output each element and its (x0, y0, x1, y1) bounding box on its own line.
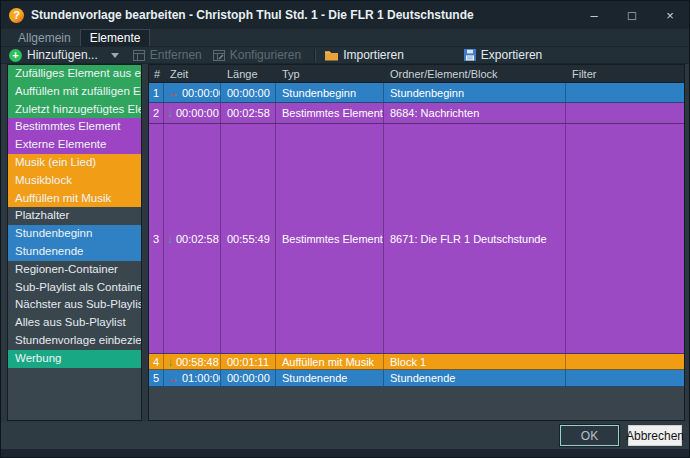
column-header-filter[interactable]: Filter (566, 65, 684, 82)
configure-button-label: Konfigurieren (230, 48, 301, 62)
zeit-value: 00:02:58 (176, 233, 219, 245)
palette-item-stundenende[interactable]: Stundenende (8, 243, 141, 261)
column-header-zeit[interactable]: Zeit (164, 65, 221, 82)
tab-bar: Allgemein Elemente (1, 29, 689, 47)
laenge-cell: 00:55:49 (221, 124, 276, 353)
row-number: 2 (149, 103, 164, 123)
arrow-down-icon: ↓ (167, 356, 173, 368)
zeit-cell: ↓00:00:00 (164, 103, 221, 123)
palette-item-sub-playlist-als-container[interactable]: Sub-Playlist als Container (8, 279, 141, 297)
remove-button-label: Entfernen (150, 48, 202, 62)
minimize-button[interactable]: – (575, 1, 613, 29)
palette-item-auffüllen-mit-musik[interactable]: Auffüllen mit Musik (8, 190, 141, 208)
arrow-down-icon: ↓ (167, 107, 173, 119)
palette-item-musikblock[interactable]: Musikblock (8, 172, 141, 190)
bottom-strip (1, 449, 689, 457)
palette-item-alles-aus-sub-playlist[interactable]: Alles aus Sub-Playlist (8, 314, 141, 332)
filter-cell (566, 354, 684, 369)
table-header-row: #ZeitLängeTypOrdner/Element/BlockFilter (149, 65, 684, 83)
zeit-cell: ↓00:02:58 (164, 124, 221, 353)
typ-cell: Stundenbeginn (276, 83, 384, 102)
title-bar: ? Stundenvorlage bearbeiten - Christoph … (1, 1, 689, 29)
column-header-typ[interactable]: Typ (276, 65, 384, 82)
palette-item-stundenvorlage-einbeziehen[interactable]: Stundenvorlage einbeziehen (8, 332, 141, 350)
zeit-cell: →01:00:00 (164, 370, 221, 386)
zeit-value: 00:58:48 (176, 356, 219, 368)
row-number: 5 (149, 370, 164, 386)
typ-cell: Bestimmtes Element (276, 124, 384, 353)
ordner-cell: Stundenende (384, 370, 566, 386)
palette-item-regionen-container[interactable]: Regionen-Container (8, 261, 141, 279)
zeit-cell: ↓00:58:48 (164, 354, 221, 369)
filter-cell (566, 83, 684, 102)
import-button[interactable]: Importieren (325, 48, 404, 62)
maximize-button[interactable]: □ (613, 1, 651, 29)
cancel-button[interactable]: Abbrechen (628, 425, 682, 446)
column-header-länge[interactable]: Länge (221, 65, 276, 82)
palette-item-stundenbeginn[interactable]: Stundenbeginn (8, 225, 141, 243)
zeit-value: 00:00:00 (176, 107, 219, 119)
palette-item-platzhalter[interactable]: Platzhalter (8, 207, 141, 225)
export-button-label: Exportieren (481, 48, 542, 62)
export-button[interactable]: Exportieren (464, 48, 542, 62)
import-button-label: Importieren (343, 48, 404, 62)
palette-item-zufälliges-element-aus-einem-be[interactable]: Zufälliges Element aus einem be… (8, 65, 141, 83)
row-number: 4 (149, 354, 164, 369)
footer-bar: OK Abbrechen (1, 422, 689, 449)
ordner-cell: Stundenbeginn (384, 83, 566, 102)
laenge-cell: 00:00:00 (221, 83, 276, 102)
typ-cell: Bestimmtes Element (276, 103, 384, 123)
table-row-4[interactable]: 4↓00:58:4800:01:11Auffüllen mit MusikBlo… (149, 354, 684, 370)
table-row-3[interactable]: 3↓00:02:5800:55:49Bestimmtes Element8671… (149, 124, 684, 354)
ordner-cell: 8671: Die FLR 1 Deutschstunde (384, 124, 566, 353)
toolbar-separator (314, 49, 316, 62)
ok-button[interactable]: OK (560, 425, 619, 446)
tab-elemente[interactable]: Elemente (80, 29, 151, 46)
content-area: Zufälliges Element aus einem be…Auffülle… (1, 64, 689, 423)
toolbar: + Hinzufügen... Entfernen Konfigurieren (1, 47, 689, 64)
arrow-right-icon: → (167, 372, 179, 384)
disk-icon (464, 49, 476, 61)
palette-item-auffüllen-mit-zufälligen-elementen[interactable]: Auffüllen mit zufälligen Elementen (8, 83, 141, 101)
element-palette-list: Zufälliges Element aus einem be…Auffülle… (7, 64, 142, 421)
add-dropdown-button[interactable] (111, 53, 119, 58)
filter-cell (566, 124, 684, 353)
column-header-[interactable]: # (149, 65, 164, 82)
window-controls: – □ × (575, 1, 689, 29)
folder-icon (325, 50, 338, 61)
app-icon: ? (9, 8, 24, 23)
palette-item-nächster-aus-sub-playlist[interactable]: Nächster aus Sub-Playlist (8, 296, 141, 314)
configure-button: Konfigurieren (213, 48, 301, 62)
column-header-ordner-element-block[interactable]: Ordner/Element/Block (384, 65, 566, 82)
table-row-2[interactable]: 2↓00:00:0000:02:58Bestimmtes Element8684… (149, 103, 684, 124)
palette-item-externe-elemente[interactable]: Externe Elemente (8, 136, 141, 154)
table-row-5[interactable]: 5→01:00:0000:00:00StundenendeStundenende (149, 370, 684, 387)
row-number: 1 (149, 83, 164, 102)
grid-edit-icon (213, 50, 225, 61)
palette-item-bestimmtes-element[interactable]: Bestimmtes Element (8, 118, 141, 136)
ordner-cell: 8684: Nachrichten (384, 103, 566, 123)
zeit-value: 01:00:00 (182, 372, 221, 384)
laenge-cell: 00:02:58 (221, 103, 276, 123)
close-button[interactable]: × (651, 1, 689, 29)
laenge-cell: 00:00:00 (221, 370, 276, 386)
add-button-label: Hinzufügen... (27, 48, 98, 62)
palette-item-zuletzt-hinzugefügtes-element[interactable]: Zuletzt hinzugefügtes Element (8, 101, 141, 119)
filter-cell (566, 103, 684, 123)
laenge-cell: 00:01:11 (221, 354, 276, 369)
palette-item-werbung[interactable]: Werbung (8, 350, 141, 368)
add-button[interactable]: + Hinzufügen... (9, 48, 98, 62)
filter-cell (566, 370, 684, 386)
dialog-window: ? Stundenvorlage bearbeiten - Christoph … (0, 0, 690, 458)
remove-button: Entfernen (133, 48, 202, 62)
typ-cell: Stundenende (276, 370, 384, 386)
row-number: 3 (149, 124, 164, 353)
arrow-down-icon: ↓ (167, 233, 173, 245)
table-row-1[interactable]: 1→00:00:0000:00:00StundenbeginnStundenbe… (149, 83, 684, 103)
palette-item-musik-ein-lied[interactable]: Musik (ein Lied) (8, 154, 141, 172)
table-body: 1→00:00:0000:00:00StundenbeginnStundenbe… (149, 83, 684, 387)
zeit-cell: →00:00:00 (164, 83, 221, 102)
tab-allgemein[interactable]: Allgemein (9, 29, 80, 46)
grid-minus-icon (133, 50, 145, 61)
window-title: Stundenvorlage bearbeiten - Christoph Th… (31, 8, 575, 22)
